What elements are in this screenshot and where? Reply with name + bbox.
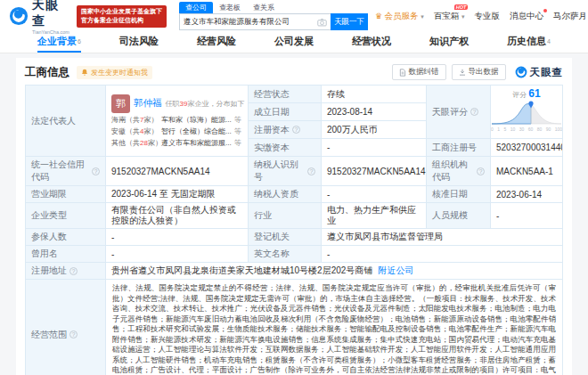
field-label-registry: 登记机关 bbox=[249, 229, 322, 246]
field-value-taxpayer-quality: - bbox=[322, 186, 427, 203]
info-icon[interactable] bbox=[470, 108, 478, 116]
field-value-insured-count: - bbox=[106, 229, 249, 246]
menu-message-center[interactable]: 消息中心 bbox=[510, 11, 543, 22]
company-link[interactable]: 智行（全椒）综合能... bbox=[161, 126, 232, 136]
field-label-org-code: 组织机构代码 bbox=[427, 157, 491, 186]
field-label-established: 成立日期 bbox=[249, 103, 322, 121]
tenure-text: 任职39家企业，分布如下 bbox=[166, 99, 245, 109]
field-value-approval-date: 2023-06-14 bbox=[491, 186, 563, 203]
search-area: 查公司 查老板 查关系 天眼一下 bbox=[179, 2, 368, 30]
company-section-nav: 企业背景6 司法风险 经营风险 公司发展 经营状况 知识产权 历史信息4 bbox=[0, 32, 588, 53]
field-label-credit-code: 统一社会信用代码 bbox=[26, 157, 106, 186]
tianyancha-logo[interactable]: 天眼查 TianYanCha.com bbox=[9, 0, 69, 35]
field-value-former-name: - bbox=[106, 246, 249, 263]
tab-history-info[interactable]: 历史信息4 bbox=[507, 32, 551, 53]
tianyan-score-chart: 评分61 0151030608090100 bbox=[491, 86, 563, 139]
chevron-down-icon: ▾ bbox=[421, 13, 424, 20]
info-icon[interactable] bbox=[69, 267, 78, 275]
company-link[interactable]: 遵义市车和家能源服... bbox=[161, 138, 232, 148]
tab-company-background[interactable]: 企业背景6 bbox=[37, 32, 81, 53]
field-value-org-code: MACKN5AA-1 bbox=[491, 157, 563, 186]
logo-title: 天眼查 bbox=[32, 0, 69, 29]
field-label-approval-date: 核准日期 bbox=[427, 186, 491, 203]
tab-intellectual-property[interactable]: 知识产权 bbox=[429, 32, 469, 53]
camera-icon[interactable] bbox=[317, 18, 327, 27]
field-value-business-scope: 法律、法规、国务院决定规定禁止的不得经营；法律、法规、国务院决定规定应当许可（审… bbox=[106, 280, 563, 375]
region-line: 其他（共28家）遵义市车和家能源服...等 bbox=[111, 138, 242, 148]
tab-operating-risk[interactable]: 经营风险 bbox=[197, 32, 236, 53]
field-value-taxpayer-id: 91520327MACKN5AA14 bbox=[322, 157, 427, 186]
gov-certification-badge: 国家中小企业发展子基金旗下 官方备案企业征信机构 bbox=[77, 5, 167, 28]
region-line: 海南（共7家）车和家（琼海）能源...等 bbox=[111, 115, 242, 125]
field-label-paid-capital: 实缴资本 bbox=[249, 139, 322, 157]
menu-vip-services[interactable]: ♛ 会员服务 ▾ bbox=[375, 11, 424, 22]
field-label-status: 经营状态 bbox=[249, 86, 322, 103]
search-tab-company[interactable]: 查公司 bbox=[179, 2, 213, 13]
nearby-companies-link[interactable]: 附近公司 bbox=[378, 265, 413, 277]
info-icon[interactable] bbox=[292, 126, 300, 134]
gov-badge-line2: 官方备案企业征信机构 bbox=[81, 16, 162, 26]
info-icon[interactable] bbox=[92, 167, 100, 175]
field-value-biz-term: 2023-06-14 至 无固定期限 bbox=[106, 186, 249, 203]
score-distribution-curve bbox=[491, 100, 563, 126]
field-value-established: 2023-08-14 bbox=[322, 103, 427, 121]
search-input[interactable] bbox=[184, 18, 317, 27]
info-icon[interactable] bbox=[477, 167, 485, 175]
search-tab-relation[interactable]: 查关系 bbox=[247, 2, 281, 13]
field-value-address: 贵州省遵义市凤冈县龙泉街道美家天地建材城10号楼2层202号商铺附近公司 bbox=[106, 263, 563, 280]
chevron-down-icon: ▾ bbox=[461, 13, 465, 20]
field-label-score: 天眼评分 bbox=[427, 86, 491, 139]
field-value-credit-code: 91520327MACKN5AA14 bbox=[106, 157, 249, 186]
field-label-business-scope: 经营范围 bbox=[26, 280, 106, 375]
legal-rep-name-link[interactable]: 郭仲福 bbox=[134, 97, 162, 110]
field-label-insured-count: 参保人数 bbox=[26, 229, 106, 246]
tianyancha-logo-icon bbox=[515, 66, 527, 78]
tab-judicial-risk[interactable]: 司法风险 bbox=[119, 32, 159, 53]
field-value-registry: 遵义市凤冈县市场监督管理局 bbox=[322, 229, 563, 246]
business-info-table-top: 法定代表人 郭 郭仲福 任职39家企业，分布如下 海南（共7家）车和家（琼海）能… bbox=[25, 85, 563, 157]
field-value-reg-number: 520327000314408 bbox=[491, 139, 563, 157]
data-correction-button[interactable]: 数据纠错 bbox=[392, 64, 446, 80]
score-axis: 0151030608090100 bbox=[491, 126, 562, 132]
field-label-address: 注册地址 bbox=[26, 263, 106, 280]
menu-user-account[interactable]: 马尔萨月 ▾ bbox=[553, 11, 588, 22]
tab-company-development[interactable]: 公司发展 bbox=[274, 32, 314, 53]
hot-badge: HOT bbox=[454, 4, 469, 10]
business-info-table-bottom: 统一社会信用代码 91520327MACKN5AA14 纳税人识别号 91520… bbox=[25, 157, 563, 375]
company-link[interactable]: 车和家（琼海）能源... bbox=[161, 115, 232, 125]
search-button[interactable]: 天眼一下 bbox=[331, 13, 368, 30]
field-label-legal-rep: 法定代表人 bbox=[26, 86, 106, 157]
field-label-company-type: 企业类型 bbox=[26, 203, 106, 229]
tab-operating-status[interactable]: 经营状况 bbox=[352, 32, 391, 53]
field-label-biz-term: 营业期限 bbox=[26, 186, 106, 203]
change-notify-badge[interactable]: 发生变更时通知我 bbox=[77, 66, 152, 79]
document-edit-icon bbox=[399, 69, 406, 77]
avatar[interactable]: 郭 bbox=[111, 94, 130, 113]
field-label-staff-size: 人员规模 bbox=[427, 203, 491, 229]
field-label-taxpayer-id: 纳税人识别号 bbox=[249, 157, 322, 186]
field-label-industry: 行业 bbox=[249, 203, 322, 229]
field-label-reg-number: 工商注册号 bbox=[427, 139, 491, 157]
field-value-industry: 电力、热力生产和供应业 bbox=[322, 203, 427, 229]
info-icon[interactable] bbox=[307, 167, 315, 175]
tianyancha-logo-icon bbox=[9, 6, 29, 26]
field-label-former-name: 曾用名 bbox=[26, 246, 106, 263]
menu-pro-version[interactable]: 专业版 bbox=[474, 11, 500, 22]
score-value: 61 bbox=[528, 87, 540, 100]
export-data-button[interactable]: 导出数据 bbox=[452, 64, 506, 80]
field-value-reg-capital: 200万人民币 bbox=[322, 121, 427, 139]
field-label-reg-capital: 注册资本 bbox=[249, 121, 322, 139]
search-tab-boss[interactable]: 查老板 bbox=[213, 2, 247, 13]
gov-badge-line1: 国家中小企业发展子基金旗下 bbox=[81, 7, 162, 17]
field-value-status: 存续 bbox=[322, 86, 427, 103]
download-icon bbox=[459, 69, 466, 77]
bell-icon bbox=[81, 69, 88, 77]
notification-dot bbox=[543, 9, 547, 12]
legal-rep-cell: 郭 郭仲福 任职39家企业，分布如下 海南（共7家）车和家（琼海）能源...等 … bbox=[106, 86, 249, 157]
menu-toolbox[interactable]: 百宝箱 ▾HOT bbox=[434, 11, 465, 22]
field-label-taxpayer-quality: 纳税人资质 bbox=[249, 186, 322, 203]
field-value-company-type: 有限责任公司（非自然人投资或控股的法人独资） bbox=[106, 203, 249, 229]
region-line: 安徽（共4家）智行（全椒）综合能...等 bbox=[111, 126, 242, 136]
section-title: 工商信息 bbox=[25, 65, 69, 80]
info-icon[interactable] bbox=[69, 330, 78, 338]
